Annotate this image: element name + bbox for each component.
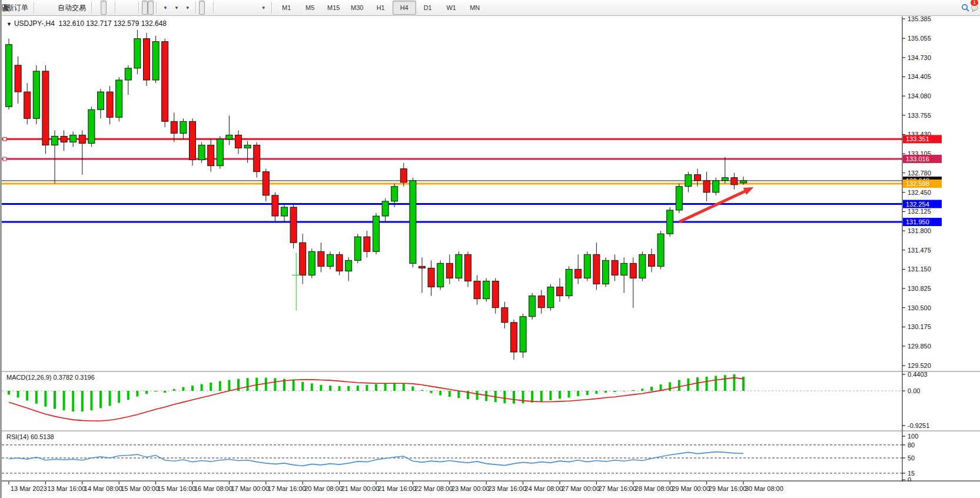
- time-tick-label: 20 Mar 08:00: [304, 485, 343, 492]
- candlestick: [630, 263, 636, 278]
- candlestick: [15, 65, 21, 92]
- candles-chart-button[interactable]: [101, 1, 107, 15]
- candlestick: [152, 42, 159, 80]
- candlestick: [520, 317, 526, 352]
- timeframe-m5-button[interactable]: M5: [298, 1, 322, 15]
- candlestick: [263, 172, 269, 195]
- price-tick-label: 130.825: [908, 285, 931, 292]
- dropdown-caret-icon[interactable]: ▼: [261, 5, 266, 11]
- line-anchor[interactable]: [3, 137, 6, 141]
- market-watch-icon[interactable]: [43, 1, 49, 15]
- text-button[interactable]: A: [246, 1, 252, 15]
- candlestick: [557, 287, 563, 296]
- horizontal-line-button[interactable]: [222, 1, 228, 15]
- line-chart-button[interactable]: [107, 1, 112, 15]
- rsi-tick-label: 50: [908, 454, 915, 462]
- candlestick: [190, 121, 196, 160]
- toolbar-separator: [271, 2, 273, 14]
- rsi-indicator-panel[interactable]: 1008050150RSI(14) 60.5138: [2, 431, 980, 482]
- vertical-line-button[interactable]: [217, 1, 222, 15]
- macd-indicator-panel[interactable]: 0.44030.00-0.9251MACD(12,26,9) 0.3782 0.…: [2, 372, 980, 431]
- search-icon: [961, 4, 969, 12]
- bars-chart-button[interactable]: [95, 1, 101, 15]
- dropdown-caret-icon[interactable]: ▼: [163, 5, 168, 11]
- candlestick: [612, 260, 618, 275]
- price-tick-label: 134.405: [908, 73, 931, 80]
- timeframe-m30-button[interactable]: M30: [346, 1, 369, 15]
- time-tick-label: 27 Mar 00:00: [562, 485, 600, 492]
- dropdown-caret-icon[interactable]: ▼: [185, 5, 190, 11]
- timeframe-w1-button[interactable]: W1: [440, 1, 463, 15]
- candlestick: [171, 121, 177, 133]
- timeframe-m1-button[interactable]: M1: [275, 1, 298, 15]
- candlestick: [419, 266, 426, 268]
- arrows-button[interactable]: ▼: [258, 1, 269, 15]
- fibonacci-button[interactable]: F: [240, 1, 246, 15]
- price-tick-label: 134.730: [908, 54, 931, 61]
- notifications-icon[interactable]: 1: [970, 1, 976, 15]
- candlestick: [593, 254, 600, 284]
- candlestick: [575, 269, 582, 278]
- macd-tick-label: 0.00: [908, 387, 920, 394]
- price-tick-label: 134.080: [908, 92, 931, 99]
- crosshair-button[interactable]: [205, 1, 211, 15]
- trend-arrow-head: [743, 187, 754, 195]
- time-tick-label: 28 Mar 08:00: [635, 485, 673, 492]
- candlestick: [676, 187, 682, 210]
- price-tick-label: 131.800: [908, 227, 931, 234]
- price-label-text: 132.598: [906, 180, 929, 187]
- cursor-button[interactable]: [199, 1, 205, 15]
- time-tick-label: 13 Mar 2023: [11, 485, 47, 492]
- chart-shift-button[interactable]: [148, 1, 154, 15]
- candlestick: [740, 181, 747, 183]
- timeframe-d1-button[interactable]: D1: [416, 1, 440, 15]
- time-tick-label: 17 Mar 16:00: [268, 485, 306, 492]
- candlestick: [446, 263, 453, 278]
- timeframe-h4-button[interactable]: H4: [393, 1, 416, 15]
- zoom-in-button[interactable]: [118, 1, 124, 15]
- candlestick: [33, 71, 39, 118]
- indicators-button[interactable]: ▼: [160, 1, 171, 15]
- signals-icon[interactable]: [49, 1, 55, 15]
- trendline-button[interactable]: [228, 1, 234, 15]
- auto-scroll-button[interactable]: [142, 1, 148, 15]
- autotrading-button[interactable]: 自动交易: [55, 1, 89, 15]
- toolbar-separator: [213, 2, 214, 14]
- zoom-out-button[interactable]: [124, 1, 130, 15]
- candlestick: [685, 175, 692, 187]
- dropdown-caret-icon[interactable]: ▼: [174, 5, 179, 11]
- channel-button[interactable]: E: [234, 1, 240, 15]
- autotrading-button-label: 自动交易: [58, 3, 86, 13]
- trend-arrow[interactable]: [679, 190, 749, 222]
- candlestick: [144, 39, 150, 80]
- price-tick-label: 131.475: [908, 247, 931, 254]
- label-button[interactable]: T: [252, 1, 258, 15]
- candlestick: [134, 39, 141, 68]
- periods-button[interactable]: ▼: [171, 1, 182, 15]
- candlestick: [107, 92, 113, 117]
- toolbar-separator: [195, 2, 197, 14]
- chart-dropdown-icon[interactable]: ▼: [6, 21, 12, 27]
- candlestick: [483, 281, 490, 299]
- rsi-tick-label: 100: [908, 433, 918, 440]
- candlestick: [125, 68, 131, 80]
- candlestick: [529, 296, 536, 317]
- line-anchor[interactable]: [3, 157, 6, 161]
- charts-icon[interactable]: [37, 1, 43, 15]
- time-tick-label: 22 Mar 08:00: [414, 485, 453, 492]
- timeframe-mn-button[interactable]: MN: [463, 1, 487, 15]
- new-order-button-label: 新订单: [7, 3, 28, 13]
- price-label-text: 133.351: [906, 135, 929, 142]
- tile-windows-button[interactable]: [130, 1, 136, 15]
- timeframe-h1-button[interactable]: H1: [369, 1, 393, 15]
- time-tick-label: 23 Mar 00:00: [451, 485, 490, 492]
- candlestick: [722, 178, 728, 181]
- candlestick: [492, 281, 499, 308]
- main-price-chart[interactable]: 135.385135.055134.730134.405134.080133.7…: [2, 16, 980, 372]
- search-icon[interactable]: [961, 1, 966, 15]
- candlestick: [657, 234, 664, 266]
- candlestick: [42, 71, 49, 145]
- templates-button[interactable]: ▼: [182, 1, 193, 15]
- candlestick: [465, 254, 471, 281]
- timeframe-m15-button[interactable]: M15: [322, 1, 346, 15]
